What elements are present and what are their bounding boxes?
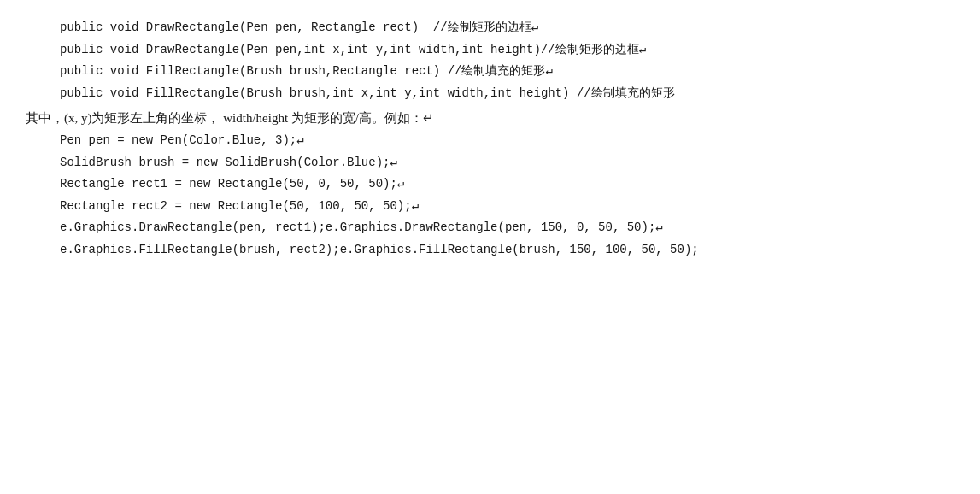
code-line-5: Pen pen = new Pen(Color.Blue, 3);↵ xyxy=(26,130,954,151)
page-container: public void DrawRectangle(Pen pen, Recta… xyxy=(0,0,980,276)
code-line-10: e.Graphics.FillRectangle(brush, rect2);e… xyxy=(26,239,954,261)
chinese-explanation: 其中，(x, y)为矩形左上角的坐标， width/height 为矩形的宽/高… xyxy=(26,107,954,129)
code-line-9: e.Graphics.DrawRectangle(pen, rect1);e.G… xyxy=(26,217,954,238)
code-line-3: public void FillRectangle(Brush brush,Re… xyxy=(26,61,954,82)
code-block: public void DrawRectangle(Pen pen, Recta… xyxy=(26,17,954,260)
code-line-7: Rectangle rect1 = new Rectangle(50, 0, 5… xyxy=(26,173,954,195)
code-line-6: SolidBrush brush = new SolidBrush(Color.… xyxy=(26,152,954,173)
code-line-4: public void FillRectangle(Brush brush,in… xyxy=(26,83,954,104)
code-line-1: public void DrawRectangle(Pen pen, Recta… xyxy=(26,17,954,38)
code-line-2: public void DrawRectangle(Pen pen,int x,… xyxy=(26,39,954,61)
code-line-8: Rectangle rect2 = new Rectangle(50, 100,… xyxy=(26,196,954,217)
